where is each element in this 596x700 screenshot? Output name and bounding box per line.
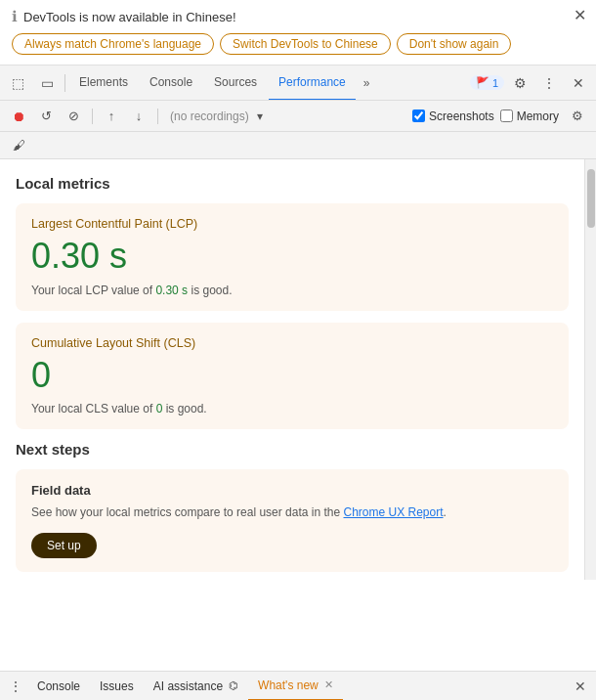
screenshots-checkbox-label[interactable]: Screenshots	[412, 109, 494, 123]
memory-checkbox[interactable]	[500, 109, 513, 122]
capture-settings-button[interactable]: ⚙	[565, 104, 590, 129]
lcp-card: Largest Contentful Paint (LCP) 0.30 s Yo…	[16, 203, 569, 311]
field-data-title: Field data	[31, 483, 553, 498]
match-language-button[interactable]: Always match Chrome's language	[12, 33, 214, 55]
more-vert-icon: ⋮	[542, 75, 556, 91]
content-panel: Local metrics Largest Contentful Paint (…	[0, 159, 584, 580]
field-data-card: Field data See how your local metrics co…	[16, 469, 569, 572]
bottom-bar-right: ✕	[569, 675, 592, 698]
lcp-description: Your local LCP value of 0.30 s is good.	[31, 284, 553, 297]
setup-button[interactable]: Set up	[31, 533, 97, 558]
lcp-title: Largest Contentful Paint (LCP)	[31, 217, 553, 231]
notification-title: ℹ DevTools is now available in Chinese!	[12, 8, 584, 25]
devtools-toolbar: ⬚ ▭ Elements Console Sources Performance…	[0, 66, 596, 101]
download-button[interactable]: ↓	[126, 104, 151, 129]
issues-icon: 🚩	[476, 76, 490, 89]
paint-icon: 🖌	[13, 138, 25, 153]
notification-close-button[interactable]: ✕	[574, 8, 586, 23]
local-metrics-title: Local metrics	[16, 175, 569, 192]
bottom-more-button[interactable]: ⋮	[4, 675, 27, 698]
dont-show-again-button[interactable]: Don't show again	[397, 33, 512, 55]
switch-to-chinese-button[interactable]: Switch DevTools to Chinese	[220, 33, 391, 55]
screenshots-checkbox[interactable]	[412, 109, 425, 122]
recordings-dropdown[interactable]: ▾	[257, 109, 263, 123]
chrome-ux-report-link[interactable]: Chrome UX Report	[344, 505, 444, 519]
upload-button[interactable]: ↑	[99, 104, 124, 129]
tab-sources[interactable]: Sources	[204, 66, 267, 101]
tab-more-button[interactable]: »	[358, 76, 376, 90]
clear-icon: ⊘	[68, 109, 79, 123]
info-icon: ℹ	[12, 8, 18, 25]
cls-value: 0	[31, 356, 553, 395]
bottom-tab-issues[interactable]: Issues	[90, 672, 144, 701]
memory-checkbox-label[interactable]: Memory	[500, 109, 559, 123]
no-recordings-text: (no recordings)	[164, 109, 255, 123]
upload-icon: ↑	[108, 109, 115, 123]
perf-toolbar-row2: 🖌	[0, 132, 596, 159]
lcp-value: 0.30 s	[31, 237, 553, 276]
notification-banner: ℹ DevTools is now available in Chinese! …	[0, 0, 596, 66]
tab-performance[interactable]: Performance	[269, 66, 356, 101]
whats-new-close-button[interactable]: ✕	[324, 678, 333, 691]
gear-icon: ⚙	[514, 75, 527, 91]
settings-button[interactable]: ⚙	[506, 69, 533, 97]
download-icon: ↓	[136, 109, 143, 123]
bottom-tab-ai-assistance[interactable]: AI assistance ⌬	[144, 672, 248, 701]
memory-label: Memory	[517, 109, 559, 123]
close-icon: ✕	[573, 75, 584, 91]
device-icon: ▭	[41, 75, 54, 91]
perf-toolbar-row1: ⏺ ↺ ⊘ ↑ ↓ (no recordings) ▾ Screenshots …	[0, 101, 596, 132]
capture-settings-icon: ⚙	[572, 109, 583, 123]
screenshots-label: Screenshots	[429, 109, 494, 123]
cls-description: Your local CLS value of 0 is good.	[31, 402, 553, 416]
bottom-bar: ⋮ Console Issues AI assistance ⌬ What's …	[0, 671, 596, 700]
paint-profiler-button[interactable]: 🖌	[6, 133, 31, 158]
next-steps-title: Next steps	[16, 441, 569, 458]
tab-console[interactable]: Console	[140, 66, 202, 101]
cls-card: Cumulative Layout Shift (CLS) 0 Your loc…	[16, 323, 569, 430]
toolbar-right: 🚩 1 ⚙ ⋮ ✕	[470, 69, 592, 97]
clear-button[interactable]: ⊘	[61, 104, 86, 129]
cursor-icon-button[interactable]: ⬚	[4, 69, 31, 97]
refresh-record-button[interactable]: ↺	[33, 104, 59, 129]
perf-divider1	[92, 109, 93, 124]
device-toggle-button[interactable]: ▭	[33, 69, 61, 97]
field-data-description: See how your local metrics compare to re…	[31, 503, 553, 521]
perf-divider2	[157, 109, 158, 124]
bottom-tab-whats-new[interactable]: What's new ✕	[248, 672, 343, 701]
toolbar-divider	[64, 74, 65, 92]
issues-badge[interactable]: 🚩 1	[470, 75, 504, 90]
ai-assistance-icon: ⌬	[229, 679, 238, 692]
cls-title: Cumulative Layout Shift (CLS)	[31, 336, 553, 350]
close-devtools-button[interactable]: ✕	[565, 69, 592, 97]
record-button[interactable]: ⏺	[6, 104, 31, 129]
record-icon: ⏺	[12, 109, 25, 124]
notification-buttons: Always match Chrome's language Switch De…	[12, 33, 584, 55]
scrollbar-thumb[interactable]	[587, 169, 595, 228]
scrollbar[interactable]	[584, 159, 596, 580]
refresh-icon: ↺	[41, 109, 52, 123]
notification-text: DevTools is now available in Chinese!	[23, 10, 236, 24]
more-options-button[interactable]: ⋮	[535, 69, 563, 97]
bottom-tab-console[interactable]: Console	[27, 672, 90, 701]
tab-elements[interactable]: Elements	[69, 66, 138, 101]
cursor-icon: ⬚	[12, 75, 24, 91]
perf-toolbar-right: Screenshots Memory ⚙	[412, 104, 590, 129]
close-bottom-panel-button[interactable]: ✕	[569, 675, 592, 698]
